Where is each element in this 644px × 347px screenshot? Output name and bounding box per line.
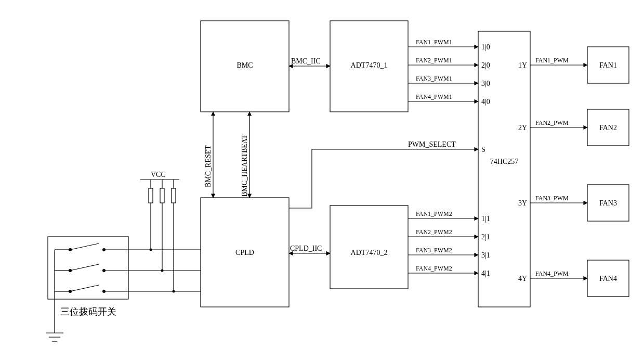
svg-line-13 — [70, 264, 99, 271]
fan3-pwm2-label: FAN3_PWM2 — [416, 247, 452, 254]
svg-line-16 — [70, 285, 99, 291]
diagram-canvas: BMC CPLD ADT7470_1 ADT7470_2 74HC257 FAN… — [0, 0, 644, 347]
bmc-label: BMC — [236, 61, 253, 69]
pwm-select-wire — [289, 149, 478, 208]
fan3-pwm-label: FAN3_PWM — [535, 195, 569, 202]
mux-i11: 1|1 — [481, 215, 490, 223]
fan1-pwm2-label: FAN1_PWM2 — [416, 210, 452, 217]
fan2-pwm1-label: FAN2_PWM1 — [416, 57, 452, 64]
fan3-pwm1-label: FAN3_PWM1 — [416, 75, 452, 82]
svg-rect-4 — [160, 188, 164, 203]
svg-rect-1 — [149, 188, 153, 203]
mux-i41: 4|1 — [481, 269, 490, 277]
fan4-pwm-label: FAN4_PWM — [535, 270, 569, 277]
fan1-pwm-label: FAN1_PWM — [535, 57, 569, 64]
mux-i31: 3|1 — [481, 251, 490, 259]
bmc-iic-label: BMC_IIC — [291, 57, 321, 65]
vcc-label: VCC — [151, 171, 166, 178]
mux-y1: 1Y — [518, 61, 527, 69]
mux-y2: 2Y — [518, 124, 527, 132]
pwm-select-label: PWM_SELECT — [408, 140, 456, 148]
mux-block — [478, 31, 530, 307]
mux-i10: 1|0 — [481, 43, 490, 51]
mux-i30: 3|0 — [481, 80, 490, 87]
adt1-label: ADT7470_1 — [351, 61, 388, 69]
mux-label: 74HC257 — [490, 158, 518, 165]
mux-i40: 4|0 — [481, 98, 490, 106]
adt2-block — [330, 205, 408, 289]
adt2-label: ADT7470_2 — [351, 249, 388, 256]
dip-switch-label: 三位拨码开关 — [60, 306, 116, 317]
mux-y4: 4Y — [518, 275, 527, 282]
svg-rect-7 — [172, 188, 176, 203]
cpld-iic-label: CPLD_IIC — [290, 245, 322, 252]
mux-s-pin: S — [481, 146, 485, 153]
fan4-label: FAN4 — [599, 275, 617, 282]
pullup-resistors — [149, 179, 176, 291]
cpld-label: CPLD — [235, 249, 254, 256]
fan4-pwm1-label: FAN4_PWM1 — [416, 93, 452, 100]
mux-y3: 3Y — [518, 199, 527, 207]
fan2-label: FAN2 — [599, 124, 617, 132]
bmc-reset-label: BMC_RESET — [204, 145, 212, 187]
ground-symbol — [46, 333, 63, 341]
bmc-heartbeat-label: BMC_HEARTBEAT — [241, 135, 248, 197]
fan3-label: FAN3 — [599, 199, 617, 207]
fan4-pwm2-label: FAN4_PWM2 — [416, 265, 452, 272]
fan2-pwm-label: FAN2_PWM — [535, 119, 569, 126]
fan2-pwm2-label: FAN2_PWM2 — [416, 228, 452, 236]
mux-i20: 2|0 — [481, 61, 490, 69]
svg-line-10 — [70, 243, 99, 250]
fan1-pwm1-label: FAN1_PWM1 — [416, 38, 452, 46]
dip-switch-contacts — [69, 243, 106, 293]
mux-i21: 2|1 — [481, 233, 490, 241]
fan1-label: FAN1 — [599, 61, 617, 69]
